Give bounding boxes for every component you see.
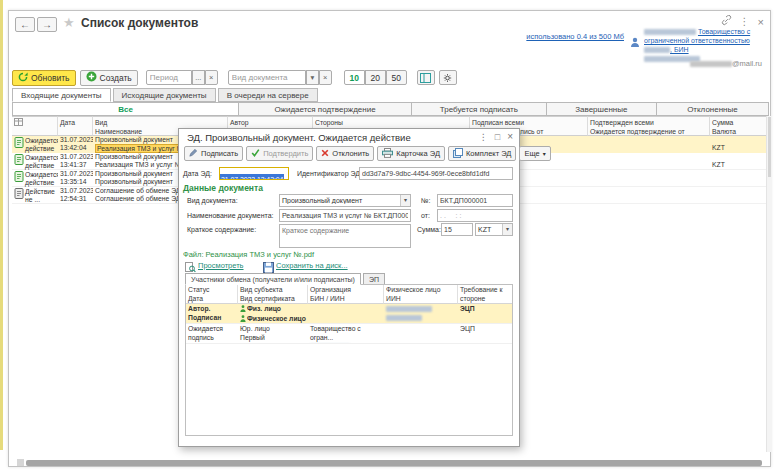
period-choose-button[interactable]: ... bbox=[192, 70, 205, 85]
user-email: @mail.ru bbox=[690, 59, 762, 68]
columns-icon bbox=[420, 69, 431, 87]
doctype-dropdown-icon[interactable]: ▾ bbox=[306, 70, 319, 85]
column-subject[interactable]: Вид субъектаВид сертификата bbox=[238, 285, 308, 304]
reject-button[interactable]: Отклонить bbox=[316, 146, 374, 161]
columns-view-button[interactable] bbox=[417, 70, 435, 85]
create-button[interactable]: Создать bbox=[80, 70, 138, 86]
document-status-icon bbox=[14, 188, 24, 204]
vertical-scrollbar[interactable] bbox=[766, 116, 771, 452]
file-name-line: Файл: Реализация ТМЗ и услуг №.pdf bbox=[183, 250, 314, 259]
organization-link[interactable]: Товарищество с ограниченной ответственно… bbox=[644, 27, 762, 63]
filter-completed[interactable]: Завершенные bbox=[547, 102, 657, 116]
number-label: №: bbox=[421, 197, 430, 204]
list-toolbar: Обновить Создать ... × ▾ × 10 20 50 bbox=[12, 69, 457, 86]
participant-row[interactable]: Ожидается подпись Юр. лицоПервый руковод… bbox=[186, 324, 512, 344]
redacted-text bbox=[644, 47, 670, 53]
doc-name-label: Наименование документа: bbox=[187, 212, 274, 219]
forward-icon: → bbox=[42, 19, 52, 30]
chevron-down-icon[interactable]: ▾ bbox=[502, 224, 512, 235]
close-icon[interactable]: × bbox=[507, 131, 513, 142]
forward-button[interactable]: → bbox=[37, 17, 57, 32]
x-icon bbox=[321, 149, 329, 159]
settings-icon bbox=[442, 69, 453, 87]
column-date[interactable]: Дата bbox=[58, 116, 93, 136]
pen-icon bbox=[189, 148, 198, 159]
scrollbar-thumb[interactable] bbox=[26, 460, 762, 466]
tab-outgoing-documents[interactable]: Исходящие документы bbox=[113, 88, 216, 102]
ed-card-button[interactable]: Карточка ЭД bbox=[377, 146, 445, 161]
chevron-down-icon: ▾ bbox=[543, 150, 546, 157]
ed-id-input[interactable] bbox=[359, 167, 513, 180]
period-clear-button[interactable]: × bbox=[205, 70, 218, 85]
confirm-button[interactable]: Подтвердить bbox=[246, 146, 313, 161]
filter-rejected[interactable]: Отклоненные bbox=[657, 102, 769, 116]
back-icon: ← bbox=[20, 19, 30, 30]
grid-icon bbox=[14, 120, 23, 127]
kind-select[interactable]: Произвольный документ ▾ bbox=[279, 194, 411, 207]
from-label: от: bbox=[421, 212, 430, 219]
sign-button[interactable]: Подписать bbox=[184, 146, 243, 161]
ed-kit-button[interactable]: Комплект ЭД bbox=[448, 146, 516, 161]
document-status-icon bbox=[14, 154, 24, 170]
user-icon bbox=[630, 33, 640, 51]
scrollbar-thumb[interactable] bbox=[768, 117, 771, 177]
column-person[interactable]: Физическое лицоИИН bbox=[384, 285, 458, 304]
dialog-toolbar: Подписать Подтвердить Отклонить Карточка… bbox=[184, 146, 514, 161]
tab-server-queue[interactable]: В очереди на сервере bbox=[218, 88, 318, 102]
back-button[interactable]: ← bbox=[15, 17, 35, 32]
doc-name-input[interactable] bbox=[279, 209, 411, 222]
tab-exchange-participants[interactable]: Участники обмена (получатели и/или подпи… bbox=[185, 273, 361, 285]
person-icon bbox=[240, 315, 246, 323]
redacted-text bbox=[386, 306, 432, 312]
summary-textarea[interactable] bbox=[279, 224, 411, 248]
filter-all[interactable]: Все bbox=[12, 102, 239, 116]
chevron-down-icon[interactable]: ▾ bbox=[400, 195, 410, 206]
column-sum[interactable]: СуммаВалюта bbox=[710, 116, 769, 136]
horizontal-scrollbar[interactable] bbox=[17, 459, 762, 466]
participant-row[interactable]: Автор. Подписан31.07.2023 13:42:04 Физ. … bbox=[186, 304, 512, 324]
ed-document-dialog: ЭД. Произвольный документ. Ожидается дей… bbox=[178, 128, 520, 447]
column-requirement[interactable]: Требование к стороне bbox=[458, 285, 512, 304]
preview-link[interactable]: Просмотреть bbox=[198, 261, 244, 270]
column-organization[interactable]: ОрганизацияБИН / ИИН bbox=[308, 285, 384, 304]
doctype-input[interactable] bbox=[228, 70, 306, 85]
check-icon bbox=[251, 148, 260, 159]
kind-label: Вид документа: bbox=[187, 197, 238, 204]
page-size-50[interactable]: 50 bbox=[386, 70, 407, 85]
more-icon[interactable]: ⋮ bbox=[740, 16, 750, 27]
person-icon bbox=[240, 305, 246, 314]
page-size-10[interactable]: 10 bbox=[344, 70, 365, 85]
ed-date-input[interactable]: 31.07.2023 13:42:04 bbox=[219, 167, 289, 180]
filter-requires-signing[interactable]: Требуется подписать bbox=[412, 102, 547, 116]
storage-usage-link[interactable]: использовано 0.4 из 500 Мб bbox=[526, 32, 624, 41]
period-input[interactable] bbox=[146, 70, 192, 85]
column-status-date[interactable]: СтатусДата bbox=[186, 285, 238, 304]
number-input[interactable] bbox=[437, 194, 513, 207]
document-status-icon bbox=[14, 171, 24, 187]
more-actions-button[interactable]: Еще▾ bbox=[519, 146, 550, 161]
from-date-input[interactable] bbox=[437, 209, 513, 222]
tab-incoming-documents[interactable]: Входящие документы bbox=[12, 88, 111, 102]
document-status-icon bbox=[14, 137, 24, 153]
column-confirmed[interactable]: Подтвержден всемиОжидается подтверждение… bbox=[588, 116, 710, 136]
summary-label: Краткое содержание: bbox=[187, 226, 256, 233]
add-icon bbox=[86, 71, 97, 84]
doctype-clear-button[interactable]: × bbox=[319, 70, 332, 85]
redacted-text bbox=[386, 315, 422, 321]
ed-id-label: Идентификатор ЭД: bbox=[297, 170, 362, 177]
more-icon[interactable]: ⋮ bbox=[479, 132, 488, 142]
favorite-star-icon[interactable]: ★ bbox=[63, 15, 75, 30]
maximize-icon[interactable]: □ bbox=[495, 132, 500, 142]
status-filter-tabs: Все Ожидается подтверждение Требуется по… bbox=[12, 102, 769, 116]
currency-select[interactable]: KZT ▾ bbox=[475, 223, 513, 236]
redacted-text bbox=[644, 29, 696, 35]
filter-awaiting-confirmation[interactable]: Ожидается подтверждение bbox=[239, 102, 412, 116]
close-icon[interactable]: × bbox=[758, 16, 764, 28]
page-size-20[interactable]: 20 bbox=[365, 70, 386, 85]
save-to-disk-link[interactable]: Сохранить на диск... bbox=[276, 261, 348, 270]
column-status[interactable] bbox=[12, 116, 58, 136]
list-settings-button[interactable] bbox=[439, 70, 457, 85]
ed-date-label: Дата ЭД: bbox=[183, 170, 212, 177]
sum-input[interactable] bbox=[441, 223, 473, 236]
refresh-button[interactable]: Обновить bbox=[12, 70, 76, 86]
